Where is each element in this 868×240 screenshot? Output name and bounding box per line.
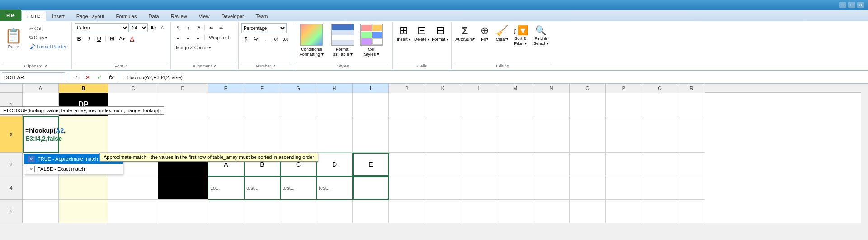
cell-Q4[interactable] <box>642 176 678 200</box>
insert-button[interactable]: ⊞ Insert ▾ <box>396 25 412 42</box>
cell-P2[interactable] <box>606 116 642 153</box>
cell-I2[interactable] <box>353 116 389 153</box>
align-top-right-button[interactable]: ↗ <box>193 23 203 32</box>
cancel-formula-button[interactable]: ✕ <box>83 72 93 82</box>
cell-K2[interactable] <box>425 116 461 153</box>
cell-F2[interactable] <box>244 116 280 153</box>
row-header-2[interactable]: 2 <box>0 116 23 153</box>
number-format-select[interactable]: Percentage <box>241 23 287 33</box>
cell-K1[interactable] <box>425 93 461 116</box>
cell-G4[interactable]: test... <box>280 176 316 200</box>
cell-R3[interactable] <box>678 153 705 176</box>
tab-insert[interactable]: Insert <box>46 11 71 21</box>
cell-R4[interactable] <box>678 176 705 200</box>
fx-button[interactable]: fx <box>106 72 116 82</box>
cell-I5[interactable] <box>353 200 389 223</box>
cell-D5[interactable] <box>158 200 208 223</box>
cell-G5[interactable] <box>280 200 316 223</box>
cell-I4[interactable] <box>353 176 389 200</box>
cell-H2[interactable] <box>316 116 353 153</box>
cell-I1[interactable] <box>353 93 389 116</box>
cell-P4[interactable] <box>606 176 642 200</box>
format-as-table-button[interactable]: Formatas Table ▾ <box>329 23 357 58</box>
restore-button[interactable]: □ <box>848 2 855 8</box>
tab-file[interactable]: File <box>0 10 21 21</box>
col-header-G[interactable]: G <box>280 84 316 93</box>
col-header-A[interactable]: A <box>23 84 59 93</box>
cell-C5[interactable] <box>108 200 158 223</box>
close-button[interactable]: ✕ <box>857 2 864 8</box>
col-header-C[interactable]: C <box>108 84 158 93</box>
fill-color-button[interactable]: A▾ <box>118 34 127 43</box>
italic-button[interactable]: I <box>85 34 94 43</box>
align-center-button[interactable]: ≡ <box>184 33 193 42</box>
cell-H4[interactable]: test... <box>316 176 353 200</box>
delete-button[interactable]: ⊟ Delete ▾ <box>414 25 430 42</box>
font-name-select[interactable]: Calibri <box>75 23 129 32</box>
cell-D1[interactable] <box>158 93 208 116</box>
align-top-left-button[interactable]: ↖ <box>174 23 183 32</box>
cell-L4[interactable] <box>461 176 497 200</box>
tab-review[interactable]: Review <box>165 11 193 21</box>
name-box[interactable] <box>2 72 65 82</box>
tab-page-layout[interactable]: Page Layout <box>71 11 110 21</box>
cell-L3[interactable] <box>461 153 497 176</box>
cell-Q5[interactable] <box>642 200 678 223</box>
copy-button[interactable]: ⧉ Copy ▾ <box>27 33 69 42</box>
format-painter-button[interactable]: 🖌 Format Painter <box>27 42 69 51</box>
increase-font-button[interactable]: A↑ <box>149 23 158 32</box>
cell-J3[interactable] <box>389 153 425 176</box>
align-top-center-button[interactable]: ↑ <box>184 23 193 32</box>
cell-G2[interactable] <box>280 116 316 153</box>
cell-M1[interactable] <box>497 93 533 116</box>
cell-J5[interactable] <box>389 200 425 223</box>
tab-developer[interactable]: Developer <box>215 11 250 21</box>
corner-cell[interactable] <box>0 84 23 93</box>
cell-styles-button[interactable]: CellStyles ▾ <box>359 23 385 58</box>
cell-G1[interactable] <box>280 93 316 116</box>
cell-K4[interactable] <box>425 176 461 200</box>
cell-B5[interactable] <box>59 200 108 223</box>
cell-H1[interactable] <box>316 93 353 116</box>
cell-Q2[interactable] <box>642 116 678 153</box>
formula-input[interactable] <box>122 72 866 82</box>
align-right-button[interactable]: ≡ <box>193 33 203 42</box>
cell-O3[interactable] <box>570 153 606 176</box>
cell-N5[interactable] <box>533 200 570 223</box>
cell-L2[interactable] <box>461 116 497 153</box>
autosum-button[interactable]: Σ AutoSum ▾ <box>454 25 476 43</box>
underline-button[interactable]: U <box>94 34 104 43</box>
cell-I3[interactable]: E <box>353 153 389 176</box>
col-header-O[interactable]: O <box>570 84 606 93</box>
align-left-button[interactable]: ≡ <box>174 33 183 42</box>
tab-team[interactable]: Team <box>250 11 274 21</box>
percent-button[interactable]: % <box>251 35 260 44</box>
decrease-decimal-button[interactable]: .0↓ <box>281 35 290 44</box>
cell-J1[interactable] <box>389 93 425 116</box>
conditional-formatting-button[interactable]: ConditionalFormatting ▾ <box>296 23 327 58</box>
format-button[interactable]: ⊟ Format ▾ <box>432 25 448 42</box>
cell-L5[interactable] <box>461 200 497 223</box>
cell-P1[interactable] <box>606 93 642 116</box>
autocomplete-item-false[interactable]: fx FALSE - Exact match <box>24 164 123 174</box>
col-header-I[interactable]: I <box>353 84 389 93</box>
font-color-button[interactable]: A <box>127 34 137 43</box>
confirm-formula-button[interactable]: ✓ <box>94 72 104 82</box>
cut-button[interactable]: ✂ Cut <box>27 24 69 33</box>
cell-F4[interactable]: test... <box>244 176 280 200</box>
cell-P3[interactable] <box>606 153 642 176</box>
row-header-3[interactable]: 3 <box>0 153 23 176</box>
cell-F5[interactable] <box>244 200 280 223</box>
cell-A4[interactable] <box>23 176 59 200</box>
col-header-K[interactable]: K <box>425 84 461 93</box>
col-header-D[interactable]: D <box>158 84 208 93</box>
col-header-L[interactable]: L <box>461 84 497 93</box>
cell-O1[interactable] <box>570 93 606 116</box>
cell-E5[interactable] <box>208 200 244 223</box>
cell-D4[interactable] <box>158 176 208 200</box>
comma-button[interactable]: , <box>261 35 270 44</box>
cell-P5[interactable] <box>606 200 642 223</box>
cell-Q3[interactable] <box>642 153 678 176</box>
col-header-B[interactable]: B <box>59 84 108 93</box>
cell-N1[interactable] <box>533 93 570 116</box>
